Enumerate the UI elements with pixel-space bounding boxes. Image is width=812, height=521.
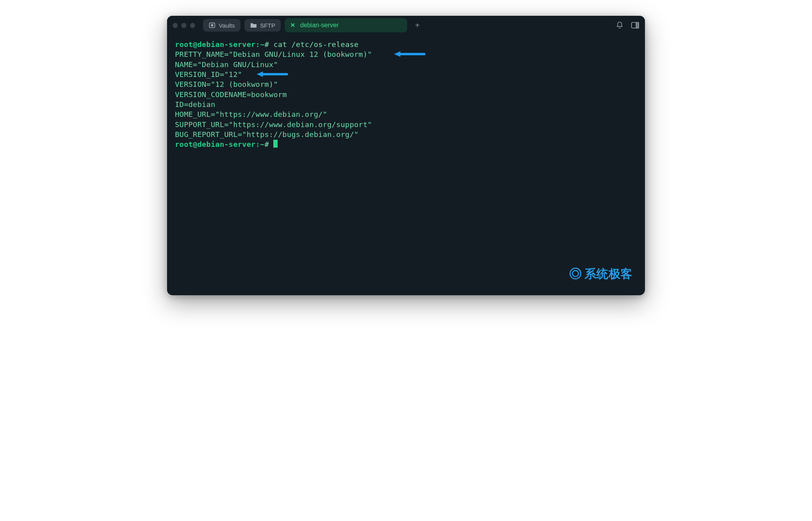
close-window-button[interactable]: [173, 23, 178, 28]
output-line: NAME="Debian GNU/Linux": [175, 60, 637, 69]
prompt-line-2: root@debian-server:~#: [175, 139, 637, 149]
vaults-pill[interactable]: Vaults: [203, 19, 241, 32]
panel-icon[interactable]: [631, 22, 639, 29]
output-line: BUG_REPORT_URL="https://bugs.debian.org/…: [175, 129, 637, 139]
window-controls: [173, 23, 195, 28]
minimize-window-button[interactable]: [181, 23, 186, 28]
prompt-symbol: #: [265, 40, 269, 49]
zoom-window-button[interactable]: [190, 23, 195, 28]
annotation-arrow-icon: [391, 51, 427, 57]
svg-point-11: [573, 271, 579, 277]
command-text: cat /etc/os-release: [273, 40, 358, 49]
cursor: [273, 140, 278, 148]
sftp-label: SFTP: [260, 22, 275, 29]
terminal-window: Vaults SFTP ✕ debian-server + root: [167, 16, 645, 295]
new-tab-button[interactable]: +: [411, 21, 424, 30]
svg-point-2: [212, 25, 212, 26]
close-tab-icon[interactable]: ✕: [290, 22, 295, 29]
output-line: VERSION="12 (bookworm)": [175, 79, 637, 89]
svg-marker-7: [394, 51, 400, 57]
output-line: VERSION_CODENAME=bookworm: [175, 90, 637, 99]
svg-marker-9: [257, 71, 263, 77]
sftp-pill[interactable]: SFTP: [244, 19, 281, 32]
output-line: ID=debian: [175, 99, 637, 109]
vaults-label: Vaults: [219, 22, 235, 29]
vaults-icon: [209, 22, 216, 29]
annotation-arrow-icon: [254, 71, 289, 77]
titlebar-right: [616, 21, 639, 29]
prompt-path: ~: [260, 140, 264, 148]
watermark-icon: [569, 267, 582, 280]
output-line: HOME_URL="https://www.debian.org/": [175, 109, 637, 119]
watermark-text: 系统极客: [585, 266, 632, 282]
svg-rect-5: [636, 22, 639, 28]
prompt-user-host: root@debian-server: [175, 40, 256, 49]
prompt-sep: :: [256, 40, 260, 49]
tab-debian-server[interactable]: ✕ debian-server: [285, 18, 407, 32]
prompt-line: root@debian-server:~# cat /etc/os-releas…: [175, 39, 637, 49]
terminal-output[interactable]: root@debian-server:~# cat /etc/os-releas…: [167, 35, 645, 295]
prompt-path: ~: [260, 40, 264, 49]
prompt-user-host: root@debian-server: [175, 140, 256, 148]
watermark: 系统极客: [569, 266, 632, 282]
folder-icon: [250, 22, 257, 28]
prompt-sep: :: [256, 140, 260, 148]
bell-icon[interactable]: [616, 21, 624, 29]
output-line: SUPPORT_URL="https://www.debian.org/supp…: [175, 120, 637, 129]
output-line: VERSION_ID="12": [175, 69, 637, 79]
titlebar: Vaults SFTP ✕ debian-server +: [167, 16, 645, 35]
tab-label: debian-server: [300, 22, 339, 29]
output-line: PRETTY_NAME="Debian GNU/Linux 12 (bookwo…: [175, 49, 637, 59]
prompt-symbol: #: [265, 140, 269, 148]
